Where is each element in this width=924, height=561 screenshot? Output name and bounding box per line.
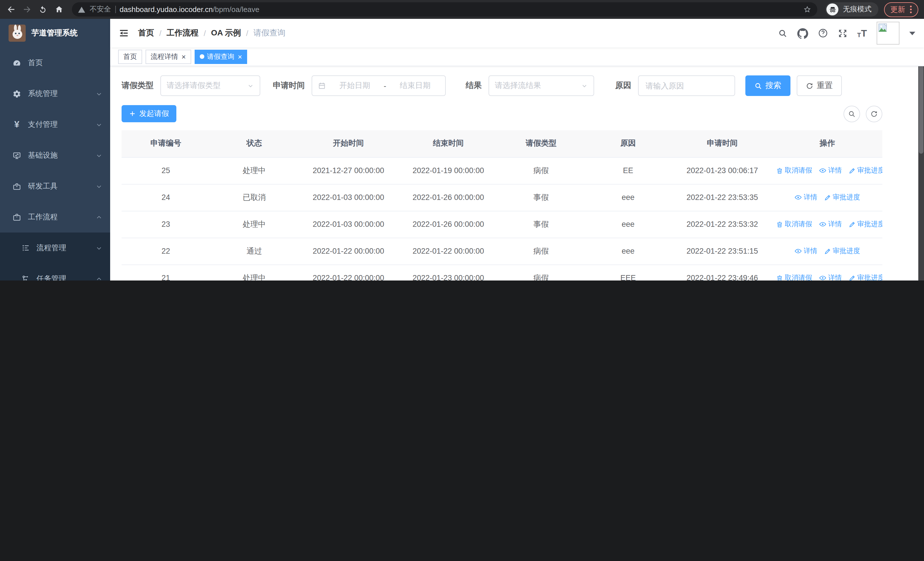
page-content: 请假类型 请选择请假类型 申请时间 开始日期	[110, 66, 924, 281]
caret-down-icon[interactable]	[909, 31, 915, 35]
app-logo: 芋道管理系统	[0, 19, 110, 47]
reason-label: 原因	[615, 81, 631, 91]
github-icon[interactable]	[797, 28, 808, 39]
approval-progress-link[interactable]: 审批进度	[824, 246, 860, 256]
logo-avatar	[9, 24, 26, 42]
table-row: 21处理中2022-01-22 00:00:002022-01-23 00:00…	[122, 265, 882, 281]
table-toolbar: 发起请假	[122, 105, 882, 122]
detail-link[interactable]: 详情	[795, 192, 817, 202]
refresh-table-button[interactable]	[866, 105, 882, 122]
reason-input[interactable]	[644, 81, 729, 90]
cancel-leave-link[interactable]: 取消请假	[776, 220, 812, 229]
search-icon	[754, 82, 762, 89]
table-header-row: 申请编号 状态 开始时间 结束时间 请假类型 原因 申请时间 操作	[122, 130, 882, 157]
list-tree-icon	[22, 244, 30, 252]
app-title: 芋道管理系统	[32, 28, 78, 38]
sidebar-item-workflow[interactable]: 工作流程	[0, 202, 110, 233]
col-header-id: 申请编号	[122, 130, 210, 157]
update-button[interactable]: 更新	[884, 2, 918, 17]
sidebar-item-label: 系统管理	[28, 89, 89, 99]
sidebar-item-label: 支付管理	[28, 119, 89, 130]
chevron-down-icon	[96, 90, 102, 97]
url-bar[interactable]: 不安全 dashboard.yudao.iocoder.cn/bpm/oa/le…	[72, 2, 817, 17]
result-label: 结果	[466, 81, 482, 91]
approval-progress-link[interactable]: 审批进度	[824, 193, 860, 202]
approval-progress-link[interactable]: 审批进度	[849, 273, 882, 281]
close-icon[interactable]: ×	[182, 53, 186, 60]
breadcrumb-home[interactable]: 首页	[138, 28, 154, 38]
home-icon[interactable]	[54, 4, 64, 15]
chevron-down-icon	[581, 82, 588, 89]
breadcrumb-oa-example[interactable]: OA 示例	[211, 28, 241, 38]
breadcrumb-workflow[interactable]: 工作流程	[166, 28, 199, 38]
chevron-up-icon	[96, 214, 102, 220]
incognito-badge: 无痕模式	[825, 2, 878, 17]
yen-icon: ¥	[12, 119, 21, 130]
chevron-down-icon	[96, 245, 102, 251]
table-body: 25处理中2021-12-27 00:00:002022-01-19 00:00…	[122, 157, 882, 281]
font-size-icon[interactable]: TT	[857, 28, 867, 38]
url-divider	[115, 6, 116, 13]
forward-icon[interactable]	[22, 4, 32, 15]
search-icon[interactable]	[778, 28, 788, 38]
detail-link[interactable]: 详情	[795, 246, 817, 256]
leave-type-label: 请假类型	[122, 81, 153, 91]
apply-time-range-picker[interactable]: 开始日期 - 结束日期	[312, 75, 446, 96]
table-row: 25处理中2021-12-27 00:00:002022-01-19 00:00…	[122, 157, 882, 184]
result-select[interactable]: 请选择流结果	[489, 75, 594, 96]
collapse-sidebar-icon[interactable]	[119, 28, 129, 38]
sidebar-item-devtools[interactable]: 研发工具	[0, 171, 110, 202]
create-leave-button[interactable]: 发起请假	[122, 105, 176, 122]
detail-link[interactable]: 详情	[819, 219, 842, 229]
sidebar-item-label: 首页	[28, 58, 102, 68]
search-button[interactable]: 搜索	[746, 75, 790, 96]
col-header-type: 请假类型	[498, 130, 584, 157]
reset-button[interactable]: 重置	[797, 75, 842, 96]
show-search-button[interactable]	[843, 105, 860, 122]
cancel-leave-link[interactable]: 取消请假	[776, 165, 812, 175]
tab-leave-query[interactable]: 请假查询 ×	[194, 50, 247, 64]
date-end-placeholder[interactable]: 结束日期	[391, 81, 440, 91]
sidebar-item-process-mgmt[interactable]: 流程管理	[0, 233, 110, 263]
col-header-reason: 原因	[584, 130, 672, 157]
help-icon[interactable]	[818, 28, 828, 38]
sidebar-item-label: 研发工具	[28, 181, 89, 191]
sidebar-item-system[interactable]: 系统管理	[0, 78, 110, 109]
tab-process-detail[interactable]: 流程详情 ×	[146, 50, 191, 64]
reload-icon[interactable]	[38, 4, 48, 15]
approval-progress-link[interactable]: 审批进度	[849, 165, 882, 175]
plus-icon	[129, 110, 136, 117]
active-dot	[200, 54, 204, 59]
refresh-icon	[806, 82, 813, 89]
cancel-leave-link[interactable]: 取消请假	[776, 273, 812, 281]
table-row: 23处理中2022-01-03 00:00:002022-01-26 00:00…	[122, 211, 882, 238]
user-avatar[interactable]	[877, 22, 900, 45]
sidebar-item-home[interactable]: 首页	[0, 47, 110, 78]
sidebar-item-infrastructure[interactable]: 基础设施	[0, 140, 110, 171]
approval-progress-link[interactable]: 审批进度	[849, 220, 882, 229]
fullscreen-icon[interactable]	[838, 28, 848, 38]
sidebar: 芋道管理系统 首页 系统管理 ¥ 支付管理	[0, 19, 110, 281]
leave-type-select[interactable]: 请选择请假类型	[160, 75, 260, 96]
detail-link[interactable]: 详情	[819, 273, 842, 281]
chevron-down-icon	[247, 82, 254, 89]
close-icon[interactable]: ×	[238, 53, 242, 60]
tab-home[interactable]: 首页	[118, 50, 142, 64]
browser-menu-icon[interactable]	[910, 5, 912, 14]
update-label: 更新	[890, 4, 905, 15]
sidebar-item-task-mgmt[interactable]: 任务管理	[0, 263, 110, 281]
date-separator: -	[384, 81, 386, 90]
detail-link[interactable]: 详情	[819, 165, 842, 175]
dashboard-icon	[12, 59, 21, 67]
toolbox-icon	[12, 182, 21, 191]
back-icon[interactable]	[6, 4, 16, 15]
col-header-actions: 操作	[772, 130, 882, 157]
sidebar-item-payment[interactable]: ¥ 支付管理	[0, 109, 110, 140]
bookmark-star-icon[interactable]	[803, 5, 812, 14]
monitor-icon	[12, 151, 21, 160]
chevron-down-icon	[96, 183, 102, 190]
tags-view: 首页 流程详情 × 请假查询 ×	[110, 47, 924, 66]
filter-form: 请假类型 请选择请假类型 申请时间 开始日期	[122, 75, 882, 96]
security-label[interactable]: 不安全	[90, 5, 111, 14]
date-start-placeholder[interactable]: 开始日期	[330, 81, 379, 91]
